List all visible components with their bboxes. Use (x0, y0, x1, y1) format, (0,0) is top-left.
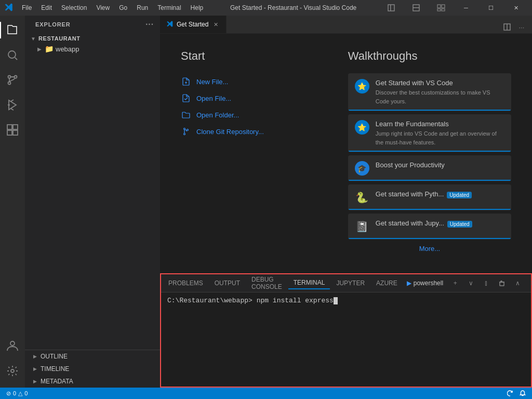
menu-run[interactable]: Run (132, 3, 152, 12)
start-new-file[interactable]: New File... (181, 73, 317, 90)
tab-jupyter[interactable]: JUPYTER (331, 277, 370, 289)
status-notifications[interactable] (517, 390, 528, 396)
walkthrough-title-2: Learn the Fundamentals (376, 120, 504, 128)
walkthrough-text-3: Boost your Productivity (376, 161, 445, 170)
chevron-right-icon: ▶ (35, 45, 44, 53)
terminal-content[interactable]: C:\Restaurant\webapp> npm install expres… (161, 292, 531, 387)
activity-source-control[interactable] (0, 68, 25, 92)
terminal-controls: ▶ powershell + ∨ ⫿ ∧ ✕ (404, 276, 532, 290)
walkthrough-card-productivity[interactable]: 🎓 Boost your Productivity (348, 155, 511, 181)
tab-bar-right: ··· (497, 21, 532, 33)
start-open-file[interactable]: Open File... (181, 90, 317, 107)
walkthrough-productivity-icon: 🎓 (355, 161, 369, 176)
sidebar-title: EXPLORER (35, 21, 71, 28)
sidebar-outline[interactable]: ▶ OUTLINE (25, 350, 160, 363)
walkthrough-card-fundamentals[interactable]: ⭐ Learn the Fundamentals Jump right into… (348, 114, 511, 152)
menu-help[interactable]: Help (187, 3, 208, 12)
warning-count: 0 (24, 390, 28, 396)
open-folder-label: Open Folder... (196, 111, 239, 119)
tab-debug-console[interactable]: DEBUG CONSOLE (246, 274, 287, 292)
activity-explorer[interactable] (0, 18, 25, 43)
chevron-down-icon: ▼ (29, 34, 37, 43)
more-actions-icon[interactable]: ··· (515, 21, 528, 33)
walkthrough-desc-2: Jump right into VS Code and get an overv… (376, 129, 504, 147)
maximize-button[interactable]: ☐ (479, 0, 503, 16)
split-terminal-button[interactable]: ⫿ (480, 276, 493, 290)
vscode-tab-icon (166, 20, 174, 29)
activity-run-debug[interactable] (0, 92, 25, 117)
svg-rect-13 (7, 125, 12, 129)
menu-selection[interactable]: Selection (57, 3, 91, 12)
terminal-command: npm install express (257, 297, 334, 304)
tree-root-restaurant[interactable]: ▼ RESTAURANT (25, 33, 160, 44)
terminal-prompt: C:\Restaurant\webapp> (167, 297, 257, 304)
menu-file[interactable]: File (18, 3, 36, 12)
warning-icon: △ (18, 390, 22, 397)
tree-item-label: webapp (56, 45, 79, 53)
activity-account[interactable] (0, 334, 25, 358)
status-sync[interactable] (505, 390, 515, 396)
close-panel-button[interactable]: ✕ (526, 276, 532, 290)
svg-point-23 (187, 129, 189, 131)
tree-item-webapp[interactable]: ▶ 📁 webapp (25, 44, 160, 54)
error-count: 0 (13, 390, 16, 396)
terminal-shell-selector[interactable]: ▶ powershell (404, 280, 446, 287)
sidebar-more-button[interactable]: ··· (145, 20, 154, 29)
layout3-icon[interactable] (429, 0, 453, 16)
layout2-icon[interactable] (404, 0, 428, 16)
activity-extensions[interactable] (0, 117, 25, 142)
start-clone-repo[interactable]: Clone Git Repository... (181, 123, 317, 140)
walkthroughs-section: Walkthroughs ⭐ Get Started with VS Code … (348, 49, 511, 258)
svg-point-17 (10, 341, 15, 345)
walkthrough-card-vs-code[interactable]: ⭐ Get Started with VS Code Discover the … (348, 73, 511, 111)
activity-search[interactable] (0, 43, 25, 68)
close-button[interactable]: ✕ (504, 0, 528, 16)
menu-edit[interactable]: Edit (37, 3, 56, 12)
status-bar: ⊘ 0 △ 0 (0, 388, 532, 399)
get-started-panel: Start New File... (160, 34, 532, 273)
minimize-button[interactable]: ─ (454, 0, 478, 16)
editor-area: Get Started ✕ ··· Start (160, 16, 532, 388)
status-bar-right (505, 390, 528, 396)
menu-terminal[interactable]: Terminal (153, 3, 185, 12)
layout-split-icon[interactable] (501, 21, 513, 33)
tab-problems[interactable]: PROBLEMS (163, 277, 208, 289)
status-errors[interactable]: ⊘ 0 △ 0 (4, 390, 30, 397)
start-open-folder[interactable]: Open Folder... (181, 107, 317, 123)
tab-output[interactable]: OUTPUT (209, 277, 245, 289)
more-walkthroughs-link[interactable]: More... (348, 245, 511, 252)
svg-rect-16 (13, 130, 18, 135)
svg-rect-6 (437, 9, 441, 11)
walkthrough-title-4: Get started with Pyth... (376, 190, 444, 198)
walkthrough-text-1: Get Started with VS Code Discover the be… (376, 79, 504, 105)
sidebar-timeline[interactable]: ▶ TIMELINE (25, 363, 160, 375)
menu-go[interactable]: Go (115, 3, 131, 12)
terminal-tab-bar: PROBLEMS OUTPUT DEBUG CONSOLE TERMINAL J… (161, 274, 531, 292)
maximize-panel-button[interactable]: ∧ (511, 276, 524, 290)
tab-get-started[interactable]: Get Started ✕ (160, 16, 227, 33)
powershell-icon: ▶ (407, 280, 411, 287)
root-folder-label: RESTAURANT (38, 35, 80, 42)
svg-point-10 (15, 76, 17, 78)
walkthrough-card-jupyter[interactable]: 📓 Get started with Jupy... Updated (348, 214, 511, 240)
activity-settings[interactable] (0, 358, 25, 383)
layout-icon[interactable] (379, 0, 403, 16)
walkthrough-title-3: Boost your Productivity (376, 161, 445, 169)
tab-azure[interactable]: AZURE (371, 277, 403, 289)
terminal-dropdown-button[interactable]: ∨ (464, 276, 477, 290)
error-icon: ⊘ (6, 390, 11, 397)
walkthrough-star-icon-1: ⭐ (355, 79, 369, 94)
vscode-logo (4, 3, 14, 14)
sidebar-metadata[interactable]: ▶ METADATA (25, 375, 160, 388)
terminal-panel: PROBLEMS OUTPUT DEBUG CONSOLE TERMINAL J… (160, 273, 532, 388)
kill-terminal-button[interactable] (495, 276, 509, 290)
menu-view[interactable]: View (92, 3, 114, 12)
walkthrough-python-icon: 🐍 (355, 190, 369, 205)
walkthrough-card-python[interactable]: 🐍 Get started with Pyth... Updated (348, 184, 511, 210)
title-bar: File Edit Selection View Go Run Terminal… (0, 0, 532, 16)
new-terminal-button[interactable]: + (448, 276, 462, 290)
tab-terminal[interactable]: TERMINAL (288, 277, 330, 289)
walkthrough-star-icon-2: ⭐ (355, 120, 369, 135)
outline-label: OUTLINE (41, 353, 68, 360)
tab-close-button[interactable]: ✕ (211, 20, 220, 29)
